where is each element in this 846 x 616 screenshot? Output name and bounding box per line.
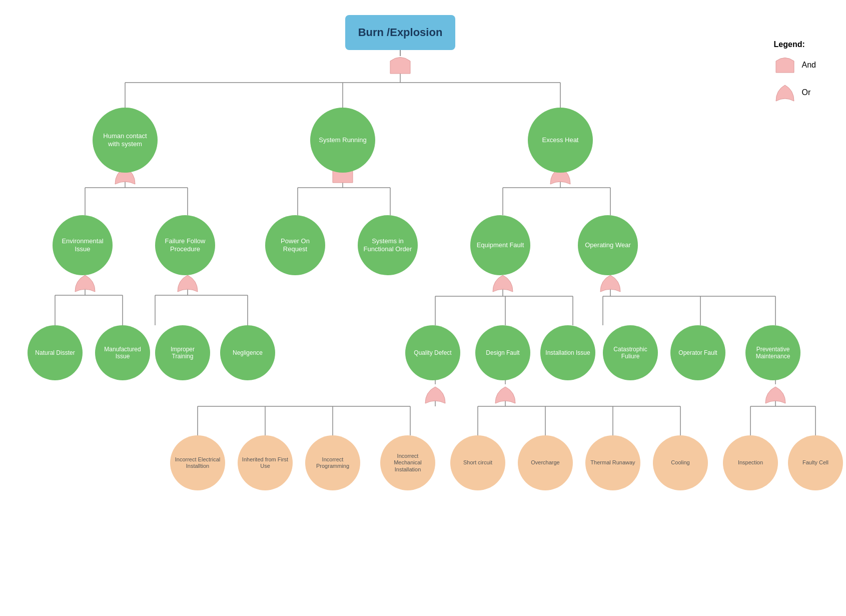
node-power-on: Power On Request [265,215,325,275]
node-thermal-runaway: Thermal Runaway [585,435,640,490]
systems-functional-label: Systems in Functional Order [362,237,414,253]
overcharge-label: Overcharge [531,459,559,466]
node-improper-training: Improper Training [155,325,210,380]
negligence-label: Negligence [233,349,263,356]
node-manufactured-issue: Manufactured Issue [95,325,150,380]
incorrect-mechanical-label: Incorrect Mechanical Installation [384,453,431,473]
legend-and: And [774,56,816,74]
operating-wear-label: Operating Wear [585,241,631,249]
inherited-first-label: Inherited from First Use [242,456,289,469]
human-contact-label: Human contact with system [97,132,154,148]
gate-or-failure [175,273,200,293]
legend-and-label: And [802,61,816,70]
node-incorrect-electrical: Incorrect Electrical Installtion [170,435,225,490]
installation-issue-label: Installation Issue [545,349,590,356]
gate-or-prev [763,384,788,404]
operator-fault-label: Operator Fault [678,349,717,356]
node-incorrect-programming: Incorrect Programming [305,435,360,490]
environmental-label: Environmental Issue [57,237,109,253]
node-environmental: Environmental Issue [53,215,113,275]
gate-or-equip [490,273,515,293]
fault-tree-diagram: Burn /Explosion [0,0,846,616]
node-operator-fault: Operator Fault [670,325,725,380]
node-equipment-fault: Equipment Fault [470,215,530,275]
power-on-label: Power On Request [269,237,321,253]
failure-follow-label: Failure Follow Procedure [159,237,211,253]
root-label: Burn /Explosion [358,26,443,39]
gate-or-design [493,384,518,404]
node-human-contact: Human contact with system [93,108,158,173]
root-node: Burn /Explosion [345,15,455,50]
thermal-runaway-label: Thermal Runaway [590,459,635,466]
gate-or-wear [598,273,623,293]
node-preventative: Preventative Maintenance [745,325,800,380]
system-running-label: System Running [319,136,366,144]
node-incorrect-mechanical: Incorrect Mechanical Installation [380,435,435,490]
short-circuit-label: Short circuit [463,459,492,466]
excess-heat-label: Excess Heat [542,136,579,144]
manufactured-issue-label: Manufactured Issue [99,346,146,360]
node-failure-follow: Failure Follow Procedure [155,215,215,275]
incorrect-programming-label: Incorrect Programming [309,456,356,469]
cooling-label: Cooling [671,459,689,466]
preventative-label: Preventative Maintenance [749,346,796,360]
node-system-running: System Running [310,108,375,173]
equipment-fault-label: Equipment Fault [477,241,524,249]
node-negligence: Negligence [220,325,275,380]
node-short-circuit: Short circuit [450,435,505,490]
quality-defect-label: Quality Defect [414,349,451,356]
gate-and-root [388,56,413,75]
node-design-fault: Design Fault [475,325,530,380]
faulty-cell-label: Faulty Cell [802,459,828,466]
node-excess-heat: Excess Heat [528,108,593,173]
natural-disaster-label: Natural Disster [35,349,75,356]
legend-title: Legend: [774,40,816,49]
gate-or-env [73,273,98,293]
node-overcharge: Overcharge [518,435,573,490]
improper-training-label: Improper Training [159,346,206,360]
node-cooling: Cooling [653,435,708,490]
legend-or: Or [774,83,816,102]
legend: Legend: And Or [774,40,816,111]
node-installation-issue: Installation Issue [540,325,595,380]
node-operating-wear: Operating Wear [578,215,638,275]
catastrophic-label: Catastrophic Fuliure [607,346,654,360]
node-inherited-first: Inherited from First Use [238,435,293,490]
node-inspection: Inspection [723,435,778,490]
legend-or-label: Or [802,88,811,97]
design-fault-label: Design Fault [486,349,519,356]
incorrect-electrical-label: Incorrect Electrical Installtion [174,456,221,469]
inspection-label: Inspection [738,459,763,466]
node-quality-defect: Quality Defect [405,325,460,380]
node-faulty-cell: Faulty Cell [788,435,843,490]
node-catastrophic: Catastrophic Fuliure [603,325,658,380]
gate-or-quality [423,384,448,404]
node-systems-functional: Systems in Functional Order [358,215,418,275]
node-natural-disaster: Natural Disster [28,325,83,380]
